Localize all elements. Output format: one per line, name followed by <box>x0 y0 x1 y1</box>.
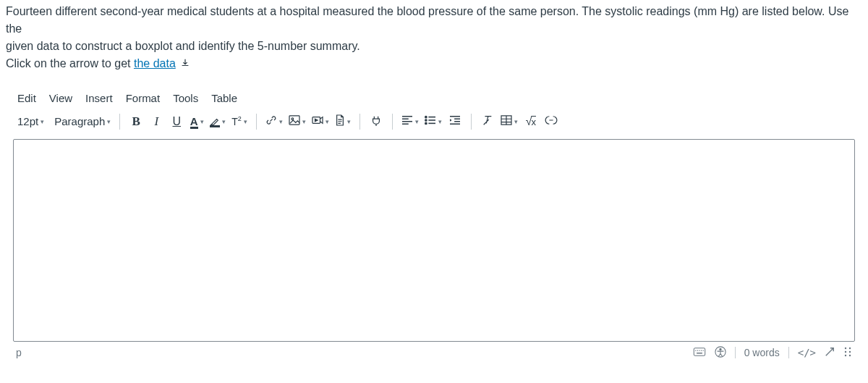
media-icon <box>312 115 323 127</box>
document-button[interactable]: ▾ <box>332 111 354 132</box>
chevron-down-icon: ▾ <box>279 118 283 125</box>
link-icon <box>265 114 277 128</box>
superscript-button[interactable]: T2 ▾ <box>229 111 250 132</box>
chevron-down-icon: ▾ <box>200 118 204 125</box>
html-view-button[interactable]: </> <box>798 347 816 358</box>
bold-button[interactable]: B <box>126 111 146 132</box>
svg-point-9 <box>720 348 721 350</box>
highlight-color-button[interactable]: ▾ <box>207 111 229 132</box>
statusbar-separator <box>788 347 789 358</box>
accessibility-icon[interactable] <box>715 346 726 360</box>
chevron-down-icon: ▾ <box>514 118 518 125</box>
menu-tools[interactable]: Tools <box>173 92 198 104</box>
word-count[interactable]: 0 words <box>744 347 780 358</box>
resize-handle[interactable] <box>843 346 852 360</box>
menu-insert[interactable]: Insert <box>85 92 113 104</box>
text-color-button[interactable]: A ▾ <box>187 111 207 132</box>
indent-icon <box>449 115 461 127</box>
svg-point-12 <box>845 351 846 353</box>
editor-content-area[interactable] <box>13 139 855 342</box>
rich-text-editor: Edit View Insert Format Tools Table 12pt… <box>6 89 862 360</box>
clear-formatting-button[interactable] <box>477 111 498 132</box>
svg-point-4 <box>425 119 427 121</box>
underline-icon: U <box>172 115 181 128</box>
chevron-down-icon: ▾ <box>41 118 44 125</box>
chevron-down-icon: ▾ <box>347 118 351 125</box>
clear-format-icon <box>482 114 493 128</box>
align-button[interactable]: ▾ <box>399 111 422 132</box>
svg-point-10 <box>845 348 846 349</box>
svg-point-13 <box>849 351 851 353</box>
image-icon <box>289 115 300 127</box>
toolbar-separator <box>392 114 393 130</box>
link-button[interactable]: ▾ <box>263 111 286 132</box>
chevron-down-icon: ▾ <box>244 118 247 125</box>
equation-icon: √x <box>526 115 536 128</box>
question-line-1: Fourteen different second-year medical s… <box>6 5 848 35</box>
indent-button[interactable] <box>445 111 465 132</box>
document-icon <box>335 114 345 128</box>
svg-point-5 <box>425 123 427 125</box>
question-text: Fourteen different second-year medical s… <box>6 3 862 73</box>
align-left-icon <box>401 115 413 127</box>
chevron-down-icon: ▾ <box>302 118 306 125</box>
svg-point-1 <box>292 118 294 120</box>
apps-button[interactable] <box>366 111 386 132</box>
embed-button[interactable] <box>541 111 561 132</box>
plug-icon <box>370 114 382 128</box>
list-button[interactable]: ▾ <box>422 111 445 132</box>
italic-button[interactable]: I <box>146 111 166 132</box>
block-format-label: Paragraph <box>54 115 105 127</box>
chevron-down-icon: ▾ <box>438 118 442 125</box>
table-icon <box>501 115 512 127</box>
bold-icon: B <box>132 114 140 129</box>
editor-menubar: Edit View Insert Format Tools Table <box>13 89 855 111</box>
text-color-icon: A <box>190 115 198 127</box>
download-icon[interactable] <box>180 56 190 73</box>
underline-button[interactable]: U <box>166 111 187 132</box>
toolbar-separator <box>119 114 120 130</box>
equation-button[interactable]: √x <box>521 111 541 132</box>
menu-format[interactable]: Format <box>126 92 161 104</box>
svg-point-3 <box>425 117 427 118</box>
question-line-2: given data to construct a boxplot and id… <box>6 40 360 52</box>
question-line-3-prefix: Click on the arrow to get <box>6 57 134 70</box>
superscript-icon: T2 <box>231 115 242 127</box>
toolbar-separator <box>256 114 257 130</box>
table-button[interactable]: ▾ <box>498 111 521 132</box>
chevron-down-icon: ▾ <box>107 118 111 125</box>
data-link[interactable]: the data <box>134 57 176 70</box>
editor-toolbar: 12pt ▾ Paragraph ▾ B I U A ▾ ▾ <box>13 111 855 139</box>
chevron-down-icon: ▾ <box>326 118 329 125</box>
chevron-down-icon: ▾ <box>415 118 419 125</box>
image-button[interactable]: ▾ <box>286 111 309 132</box>
svg-rect-7 <box>694 348 705 355</box>
chevron-down-icon: ▾ <box>222 118 226 125</box>
svg-rect-0 <box>289 116 299 125</box>
element-path[interactable]: p <box>16 347 22 358</box>
italic-icon: I <box>154 114 158 129</box>
svg-point-14 <box>845 355 846 356</box>
font-size-label: 12pt <box>17 115 38 127</box>
keyboard-icon[interactable] <box>693 347 706 358</box>
fullscreen-button[interactable] <box>825 347 835 359</box>
toolbar-separator <box>471 114 472 130</box>
editor-statusbar: p 0 words </> <box>13 342 855 360</box>
toolbar-separator <box>359 114 360 130</box>
menu-table[interactable]: Table <box>211 92 237 104</box>
statusbar-separator <box>735 347 736 358</box>
highlight-icon <box>210 117 220 126</box>
media-button[interactable]: ▾ <box>309 111 332 132</box>
menu-view[interactable]: View <box>49 92 72 104</box>
svg-point-15 <box>849 355 851 356</box>
font-size-select[interactable]: 12pt ▾ <box>14 111 47 132</box>
menu-edit[interactable]: Edit <box>17 92 36 104</box>
bullet-list-icon <box>425 115 436 127</box>
block-format-select[interactable]: Paragraph ▾ <box>51 111 114 132</box>
embed-icon <box>545 115 558 127</box>
svg-point-11 <box>849 348 851 349</box>
